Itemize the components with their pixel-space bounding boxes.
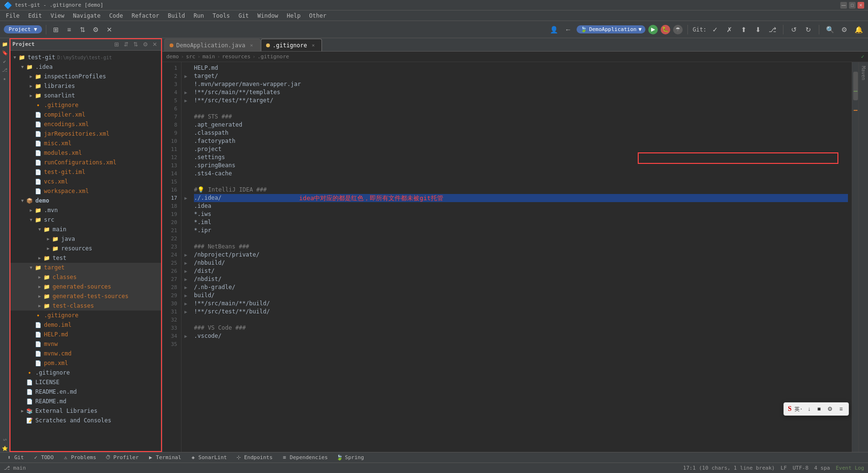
tree-item-testgitiml[interactable]: ▶ 📄 test-git.iml: [10, 167, 162, 177]
fold-17[interactable]: ▶: [182, 194, 190, 202]
toolbar-btn-indent[interactable]: ≡: [64, 24, 75, 35]
tree-item-src[interactable]: ▼ 📁 src: [10, 215, 162, 225]
left-icon-bookmark[interactable]: 🔖: [1, 49, 9, 56]
git-branches-btn[interactable]: ⎇: [767, 24, 778, 35]
fold-5[interactable]: ▶: [182, 97, 190, 105]
tree-item-runconfigurations[interactable]: ▶ 📄 runConfigurations.xml: [10, 158, 162, 167]
sogou-btn-menu[interactable]: ≡: [837, 405, 845, 413]
status-indent[interactable]: 4 spa: [814, 465, 830, 471]
scrollbar-thumb[interactable]: [853, 72, 858, 100]
tree-item-mvnwcmd[interactable]: ▶ 📄 mvnw.cmd: [10, 349, 162, 358]
fold-31[interactable]: ▶: [182, 308, 190, 316]
tree-item-jarrepositories[interactable]: ▶ 📄 jarRepositories.xml: [10, 129, 162, 139]
redo-button[interactable]: ↻: [803, 24, 814, 35]
toolbar-btn-settings[interactable]: ⚙: [90, 24, 102, 35]
minimize-button[interactable]: —: [840, 2, 847, 9]
tree-item-test-classes[interactable]: ▶ 📁 test-classes: [10, 301, 162, 311]
menu-other[interactable]: Other: [305, 11, 330, 20]
toolbar-profile-btn[interactable]: 👤: [548, 24, 559, 35]
tree-item-target[interactable]: ▼ 📁 target: [10, 263, 162, 272]
notifications-btn[interactable]: 🔔: [853, 24, 864, 35]
fold-30[interactable]: ▶: [182, 300, 190, 308]
tree-item-helpmd[interactable]: ▶ 📄 HELP.md: [10, 330, 162, 339]
menu-refactor[interactable]: Refactor: [128, 11, 163, 20]
tab-gitignore-close[interactable]: ✕: [310, 42, 317, 49]
fold-29[interactable]: ▶: [182, 291, 190, 300]
tree-item-root-gitignore[interactable]: ▶ 🔸 .gitignore: [10, 368, 162, 377]
tree-item-readme-en[interactable]: ▶ 📄 README.en.md: [10, 387, 162, 397]
maximize-button[interactable]: □: [849, 2, 856, 9]
panel-sort-btn[interactable]: ⇅: [131, 40, 140, 49]
menu-build[interactable]: Build: [164, 11, 189, 20]
tree-item-mvn[interactable]: ▶ 📁 .mvn: [10, 205, 162, 215]
toolbar-back-btn[interactable]: ←: [562, 24, 574, 35]
git-checkmark-btn[interactable]: ✓: [709, 24, 721, 35]
code-editor[interactable]: HELP.md target/ !.mvn/wrapper/maven-wrap…: [190, 62, 852, 452]
menu-view[interactable]: View: [47, 11, 68, 20]
menu-git[interactable]: Git: [235, 11, 253, 20]
git-branch-status[interactable]: ⎇ main: [4, 465, 26, 471]
tree-item-resources[interactable]: ▶ 📁 resources: [10, 244, 162, 253]
menu-window[interactable]: Window: [254, 11, 282, 20]
tree-item-modules[interactable]: ▶ 📄 modules.xml: [10, 148, 162, 158]
menu-file[interactable]: File: [2, 11, 23, 20]
tree-item-mvnw[interactable]: ▶ 📄 mvnw: [10, 339, 162, 349]
tree-item-external-libraries[interactable]: ▶ 📚 External Libraries: [10, 406, 162, 416]
sogou-btn-settings[interactable]: ⚙: [825, 405, 835, 413]
status-encoding[interactable]: UTF-8: [793, 465, 808, 471]
fold-2[interactable]: ▶: [182, 72, 190, 80]
fold-26[interactable]: ▶: [182, 267, 190, 275]
fold-4[interactable]: ▶: [182, 88, 190, 97]
sogou-btn-stop[interactable]: ■: [815, 405, 823, 413]
tree-item-scratches[interactable]: ▶ 📝 Scratches and Consoles: [10, 416, 162, 425]
bottom-tool-spring[interactable]: 🍃 Spring: [333, 453, 367, 462]
menu-help[interactable]: Help: [283, 11, 304, 20]
breadcrumb-resources[interactable]: resources: [222, 54, 251, 60]
tree-item-compiler[interactable]: ▶ 📄 compiler.xml: [10, 110, 162, 119]
fold-27[interactable]: ▶: [182, 275, 190, 283]
tree-item-vcs[interactable]: ▶ 📄 vcs.xml: [10, 177, 162, 186]
tree-item-root[interactable]: ▼ 📁 test-git D:\myStudy\test-git: [10, 53, 162, 62]
tree-item-pomxml[interactable]: ▶ 📄 pom.xml: [10, 358, 162, 368]
tree-item-sonarlint[interactable]: ▶ 📁 sonarlint: [10, 91, 162, 100]
left-icon-commit[interactable]: ✔: [1, 57, 9, 65]
bottom-tool-todo[interactable]: ✓ TODO: [30, 453, 57, 462]
toolbar-btn-layout[interactable]: ⊞: [50, 24, 62, 35]
tree-item-idea[interactable]: ▼ 📁 .idea: [10, 62, 162, 72]
tree-item-misc[interactable]: ▶ 📄 misc.xml: [10, 139, 162, 148]
tab-gitignore[interactable]: .gitignore ✕: [261, 39, 322, 51]
tree-item-gitignore-idea[interactable]: ▶ 🔸 .gitignore: [10, 100, 162, 110]
bottom-tool-problems[interactable]: ⚠ Problems: [59, 453, 99, 462]
tree-item-demoixml[interactable]: ▶ 📄 demo.iml: [10, 320, 162, 330]
left-icon-favorites2[interactable]: ⭐: [1, 444, 9, 452]
git-update-btn[interactable]: ⬆: [738, 24, 750, 35]
coverage-button[interactable]: ☂: [673, 25, 683, 34]
tree-item-workspace[interactable]: ▶ 📄 workspace.xml: [10, 186, 162, 196]
right-scrollbar[interactable]: [852, 62, 858, 452]
panel-layout-btn[interactable]: ⊞: [112, 40, 121, 49]
bottom-tool-sonarlint[interactable]: ◈ SonarLint: [187, 453, 230, 462]
git-push-btn[interactable]: ⬇: [752, 24, 764, 35]
left-icon-git[interactable]: ⎇: [1, 66, 9, 74]
breadcrumb-main[interactable]: main: [203, 54, 215, 60]
breadcrumb-src[interactable]: src: [186, 54, 195, 60]
tree-item-encodings[interactable]: ▶ 📄 encodings.xml: [10, 119, 162, 129]
toolbar-btn-close-panel[interactable]: ✕: [104, 24, 115, 35]
tree-item-gitignore-demo[interactable]: ▶ 🔸 .gitignore: [10, 311, 162, 320]
fold-34[interactable]: ▶: [182, 332, 190, 340]
status-position[interactable]: 17:1 (10 chars, 1 line break): [683, 465, 775, 471]
undo-button[interactable]: ↺: [788, 24, 800, 35]
bottom-tool-git[interactable]: ⬆ Git: [3, 453, 27, 462]
menu-run[interactable]: Run: [190, 11, 208, 20]
fold-24[interactable]: ▶: [182, 251, 190, 259]
tree-item-java[interactable]: ▶ 📁 java: [10, 234, 162, 244]
toolbar-btn-sort[interactable]: ⇅: [77, 24, 88, 35]
status-event-log[interactable]: Event Log: [836, 465, 864, 471]
run-configuration[interactable]: 🍃 DemoApplication ▼: [577, 25, 645, 33]
tree-item-libraries[interactable]: ▶ 📁 libraries: [10, 81, 162, 91]
menu-edit[interactable]: Edit: [24, 11, 46, 20]
tree-item-generated-sources[interactable]: ▶ 📁 generated-sources: [10, 282, 162, 291]
left-icon-favorites[interactable]: ★: [1, 75, 9, 82]
settings-btn[interactable]: ⚙: [838, 24, 850, 35]
panel-close-btn[interactable]: ✕: [150, 40, 159, 49]
